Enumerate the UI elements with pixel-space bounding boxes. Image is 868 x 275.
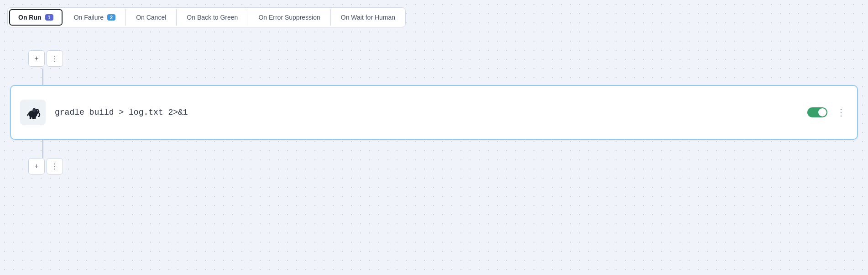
step-more-options-button[interactable]: ⋮	[835, 106, 848, 119]
toggle-thumb	[818, 108, 826, 116]
tab-bar: On Run 1 On Failure 2 On Cancel On Back …	[7, 7, 406, 27]
tab-on-back-to-green[interactable]: On Back to Green	[177, 9, 248, 26]
top-button-group: + ⋮	[28, 50, 63, 67]
add-step-bottom-button[interactable]: +	[28, 158, 45, 175]
card-actions: ⋮	[807, 106, 848, 119]
tab-on-failure-label: On Failure	[74, 14, 104, 21]
bottom-button-group: + ⋮	[28, 158, 63, 175]
tab-on-run[interactable]: On Run 1	[9, 9, 63, 26]
tab-on-cancel[interactable]: On Cancel	[126, 9, 177, 26]
more-options-bottom-button[interactable]: ⋮	[47, 158, 63, 175]
svg-point-3	[37, 111, 38, 111]
gradle-elephant-icon	[25, 104, 41, 121]
tab-on-error-suppression-label: On Error Suppression	[258, 14, 320, 21]
tab-on-wait-for-human-label: On Wait for Human	[341, 14, 395, 21]
tab-on-error-suppression[interactable]: On Error Suppression	[248, 9, 330, 26]
step-command-label: gradle build > log.txt 2>&1	[55, 108, 798, 117]
tab-on-failure-badge: 2	[107, 14, 115, 21]
tab-on-run-badge: 1	[45, 14, 53, 21]
content-area: + ⋮	[0, 41, 868, 275]
add-step-top-button[interactable]: +	[28, 50, 45, 67]
svg-point-4	[32, 108, 36, 112]
svg-rect-5	[30, 116, 31, 119]
step-card: gradle build > log.txt 2>&1 ⋮	[10, 85, 858, 140]
tab-on-failure[interactable]: On Failure 2	[64, 9, 126, 26]
tab-on-run-label: On Run	[18, 14, 42, 21]
main-canvas: On Run 1 On Failure 2 On Cancel On Back …	[0, 0, 868, 275]
more-options-top-button[interactable]: ⋮	[47, 50, 63, 67]
connector-bottom	[42, 140, 43, 158]
connector-top	[42, 69, 43, 87]
tab-on-back-to-green-label: On Back to Green	[187, 14, 238, 21]
step-icon-container	[20, 100, 46, 125]
step-toggle[interactable]	[807, 107, 827, 117]
tab-on-cancel-label: On Cancel	[136, 14, 166, 21]
svg-rect-6	[32, 116, 34, 119]
tab-on-wait-for-human[interactable]: On Wait for Human	[331, 9, 405, 26]
toggle-track	[807, 107, 827, 117]
svg-rect-7	[34, 116, 36, 119]
